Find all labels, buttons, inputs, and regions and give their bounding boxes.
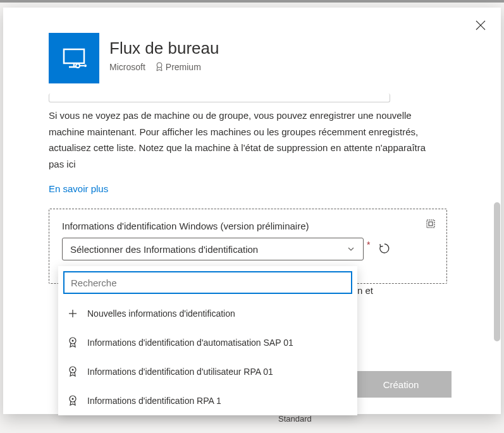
premium-icon	[156, 62, 163, 72]
ribbon-icon	[67, 337, 78, 348]
credential-option-label: Informations d'identification RPA 1	[87, 396, 221, 406]
svg-point-14	[72, 340, 74, 342]
svg-point-18	[72, 398, 74, 400]
svg-point-8	[157, 63, 162, 68]
create-button[interactable]: Création	[350, 371, 452, 398]
partial-input-box	[49, 94, 390, 102]
credential-option-label: Informations d'identification d'automati…	[87, 338, 293, 348]
footer-label: Standard	[278, 414, 312, 424]
svg-rect-10	[429, 222, 433, 226]
select-placeholder: Sélectionner des Informations d'identifi…	[70, 244, 258, 255]
refresh-button[interactable]	[378, 242, 391, 257]
svg-rect-2	[64, 49, 84, 63]
premium-badge: Premium	[156, 62, 201, 72]
new-credentials-option[interactable]: Nouvelles informations d'identification	[58, 299, 357, 328]
credential-label: Informations d'identification Windows (v…	[62, 221, 434, 231]
header: Flux de bureau Microsoft Premium	[3, 8, 501, 83]
credential-option[interactable]: Informations d'identification d'automati…	[58, 328, 357, 357]
ribbon-icon	[67, 395, 78, 406]
svg-rect-9	[427, 220, 434, 228]
learn-more-link[interactable]: En savoir plus	[49, 183, 108, 194]
close-icon	[475, 20, 486, 31]
app-icon	[49, 33, 99, 83]
svg-point-5	[76, 64, 80, 68]
credential-option-label: Informations d'identification d'utilisat…	[87, 367, 273, 377]
scrollbar[interactable]	[494, 202, 500, 341]
ribbon-icon	[67, 366, 78, 377]
credential-select[interactable]: Sélectionner des Informations d'identifi…	[62, 238, 364, 260]
required-indicator: *	[367, 240, 370, 250]
new-credentials-label: Nouvelles informations d'identification	[87, 308, 235, 319]
close-button[interactable]	[473, 18, 488, 33]
dialog-title: Flux de bureau	[109, 38, 219, 59]
info-text: Si vous ne voyez pas de machine ou de gr…	[49, 107, 428, 172]
credential-icon	[425, 218, 436, 232]
publisher-label: Microsoft	[109, 62, 145, 72]
plus-icon	[67, 308, 78, 319]
svg-point-16	[72, 369, 74, 371]
dialog: Flux de bureau Microsoft Premium Si vous…	[3, 8, 501, 414]
partial-hidden-text: n et	[357, 285, 373, 296]
credential-dropdown: Nouvelles informations d'identification …	[58, 266, 357, 415]
svg-point-7	[84, 64, 87, 67]
dropdown-search-input[interactable]	[63, 271, 352, 294]
chevron-down-icon	[347, 245, 355, 253]
credential-option[interactable]: Informations d'identification d'utilisat…	[58, 357, 357, 386]
credential-option[interactable]: Informations d'identification RPA 1	[58, 386, 357, 415]
